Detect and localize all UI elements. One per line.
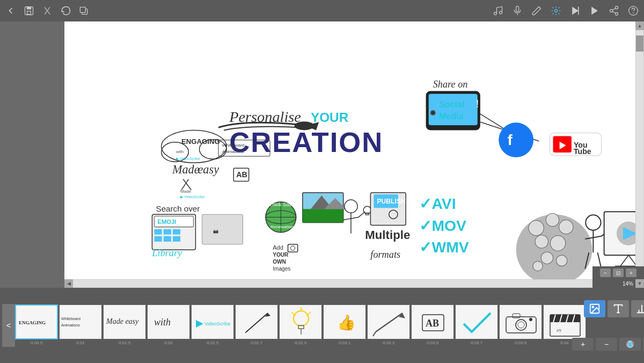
zoom-percent-label: 14% bbox=[623, 281, 633, 287]
play-icon[interactable] bbox=[588, 4, 601, 17]
svg-text:easy: easy bbox=[197, 163, 219, 176]
svg-rect-172 bbox=[513, 314, 520, 318]
cut-button[interactable] bbox=[41, 4, 54, 17]
svg-text:#5: #5 bbox=[557, 328, 561, 333]
svg-point-15 bbox=[616, 12, 618, 15]
filmstrip: < ENGAGING Whiteboard Animations Made ea… bbox=[0, 288, 644, 363]
chart-tool-button[interactable] bbox=[631, 300, 644, 317]
svg-text:Made: Made bbox=[180, 189, 192, 194]
svg-text:Renewables: Renewables bbox=[270, 224, 294, 229]
filmstrip-timestamps: 0:00.5 0:01 0:01.5 0:02 0:02.5 0:02.7 0:… bbox=[15, 340, 629, 347]
svg-rect-68 bbox=[154, 229, 162, 235]
settings-icon[interactable] bbox=[550, 4, 562, 17]
filmstrip-cell-7[interactable] bbox=[279, 304, 322, 339]
filmstrip-cell-6[interactable] bbox=[235, 304, 278, 339]
filmstrip-cell-9[interactable] bbox=[367, 304, 410, 339]
svg-point-133 bbox=[557, 255, 567, 266]
help-icon[interactable] bbox=[627, 4, 640, 17]
timestamp-7: 0:02.9 bbox=[279, 340, 322, 347]
scroll-up-button[interactable]: ▲ bbox=[635, 21, 644, 30]
filmstrip-cell-1[interactable]: ENGAGING bbox=[15, 304, 58, 339]
svg-text:✓AVI: ✓AVI bbox=[419, 195, 456, 212]
timestamp-6: 0:02.7 bbox=[235, 340, 278, 347]
text-tool-button[interactable] bbox=[608, 300, 629, 317]
svg-text:Tube: Tube bbox=[574, 147, 591, 156]
scroll-thumb-v[interactable] bbox=[636, 35, 643, 52]
timestamp-5: 0:02.5 bbox=[191, 340, 234, 347]
svg-text:Think Solar: Think Solar bbox=[269, 202, 294, 207]
svg-point-19 bbox=[633, 12, 634, 13]
svg-text:!: ! bbox=[476, 98, 479, 110]
filmstrip-cell-12[interactable] bbox=[499, 304, 542, 339]
svg-text:PUBLISH: PUBLISH bbox=[377, 198, 406, 205]
filmstrip-cell-11[interactable] bbox=[455, 304, 498, 339]
filmstrip-cell-5[interactable]: VideoScribe bbox=[191, 304, 234, 339]
svg-rect-71 bbox=[154, 236, 162, 242]
filmstrip-cell-2[interactable]: Whiteboard Animations bbox=[59, 304, 102, 339]
images-tool-button[interactable] bbox=[584, 300, 605, 317]
zoom-in-button[interactable]: + bbox=[626, 268, 636, 277]
svg-text:formats: formats bbox=[370, 249, 400, 260]
play-next-icon[interactable] bbox=[569, 4, 582, 17]
svg-text:▶ VideoScribe: ▶ VideoScribe bbox=[176, 157, 200, 161]
left-panel bbox=[0, 21, 64, 288]
zoom-controls: − ⊡ + bbox=[592, 266, 644, 279]
timestamp-12: 0:03.9 bbox=[499, 340, 542, 347]
scroll-down-button[interactable]: ▼ bbox=[635, 279, 644, 288]
filmstrip-cell-13[interactable]: #5 bbox=[543, 304, 586, 339]
back-button[interactable] bbox=[4, 4, 17, 17]
microphone-icon[interactable] bbox=[511, 4, 524, 17]
copy-button[interactable] bbox=[77, 4, 90, 17]
svg-text:Search over: Search over bbox=[156, 204, 200, 213]
timestamp-11: 0:03.7 bbox=[455, 340, 498, 347]
svg-point-129 bbox=[559, 220, 573, 234]
svg-text:👍: 👍 bbox=[337, 314, 356, 331]
svg-text:Add: Add bbox=[273, 244, 283, 251]
timestamp-3: 0:01.5 bbox=[103, 340, 146, 347]
filmstrip-cell-3[interactable]: Made easy bbox=[103, 304, 146, 339]
svg-text:Made: Made bbox=[172, 163, 200, 176]
svg-point-127 bbox=[529, 220, 544, 235]
svg-point-128 bbox=[546, 213, 559, 226]
svg-text:AB: AB bbox=[236, 170, 247, 179]
svg-text:Media: Media bbox=[439, 111, 464, 121]
add-element-button[interactable]: + bbox=[572, 338, 594, 351]
filmstrip-cell-8[interactable]: 👍 bbox=[323, 304, 366, 339]
svg-text:✓MOV: ✓MOV bbox=[419, 217, 466, 234]
svg-text:Library: Library bbox=[151, 248, 182, 258]
save-button[interactable] bbox=[23, 4, 35, 17]
filmstrip-cell-10[interactable]: AB bbox=[411, 304, 454, 339]
svg-text:Animations: Animations bbox=[61, 323, 80, 327]
svg-point-13 bbox=[616, 6, 618, 9]
scroll-left-button[interactable]: ◀ bbox=[64, 279, 73, 288]
svg-point-173 bbox=[529, 318, 532, 321]
svg-point-131 bbox=[550, 236, 565, 251]
svg-point-14 bbox=[610, 10, 613, 12]
svg-text:Share on: Share on bbox=[433, 79, 468, 90]
svg-marker-152 bbox=[196, 320, 203, 328]
svg-text:📷: 📷 bbox=[213, 228, 219, 234]
scrollbar-vertical: ▲ ▼ bbox=[635, 21, 644, 288]
share-icon[interactable] bbox=[608, 4, 620, 17]
svg-text:✓WMV: ✓WMV bbox=[419, 238, 469, 256]
svg-rect-73 bbox=[173, 236, 180, 242]
undo-button[interactable] bbox=[59, 4, 72, 17]
zoom-out-button[interactable]: − bbox=[600, 268, 611, 277]
filmstrip-prev-button[interactable]: < bbox=[2, 304, 15, 347]
timestamp-1: 0:00.5 bbox=[15, 340, 58, 347]
svg-text:Whiteboard: Whiteboard bbox=[61, 317, 80, 321]
svg-text:CREATION: CREATION bbox=[229, 126, 383, 158]
filmstrip-cell-4[interactable]: with bbox=[147, 304, 190, 339]
music-icon[interactable] bbox=[492, 4, 504, 17]
zoom-fit-button[interactable]: ⊡ bbox=[613, 268, 624, 277]
pen-icon[interactable] bbox=[530, 4, 543, 17]
svg-point-130 bbox=[535, 235, 548, 248]
color-button[interactable] bbox=[619, 338, 641, 351]
remove-element-button[interactable]: − bbox=[596, 338, 617, 351]
zoom-percent: 14% bbox=[592, 279, 635, 288]
timestamp-8: 0:03.1 bbox=[323, 340, 366, 347]
svg-point-170 bbox=[516, 320, 526, 330]
svg-marker-10 bbox=[572, 7, 579, 15]
svg-text:▶ VideoScribe: ▶ VideoScribe bbox=[180, 195, 204, 199]
right-tools-bottom-row: + − ⋯ bbox=[572, 338, 644, 351]
